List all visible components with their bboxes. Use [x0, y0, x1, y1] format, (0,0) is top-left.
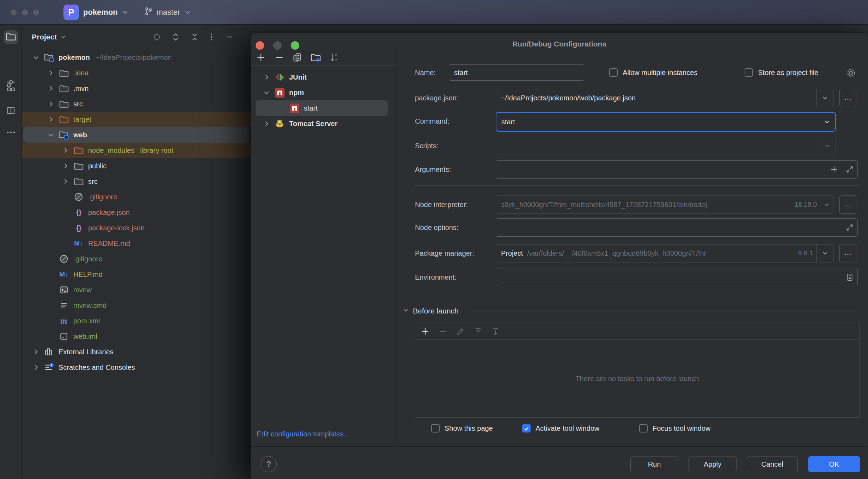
- tree-item-package-lock-json[interactable]: {}package-lock.json: [22, 220, 251, 236]
- expand-field-icon[interactable]: [842, 219, 857, 236]
- tree-item-target[interactable]: target: [22, 112, 251, 127]
- chevron-right-icon[interactable]: [59, 160, 72, 172]
- allow-multiple-instances-checkbox[interactable]: Allow multiple instances: [609, 68, 697, 77]
- tree-item-pokemon[interactable]: pokemon~/IdeaProjects/pokemon: [22, 50, 251, 65]
- tree-item-tomcat-server[interactable]: Tomcat Server: [251, 116, 396, 131]
- tree-item-npm[interactable]: npm: [251, 85, 396, 100]
- chevron-down-icon[interactable]: [44, 129, 57, 141]
- chevron-down-icon[interactable]: [819, 142, 836, 150]
- tree-item-mvn[interactable]: .mvn: [22, 81, 251, 96]
- collapse-all-button[interactable]: [187, 29, 202, 45]
- checkbox[interactable]: [639, 424, 648, 433]
- package-manager-select[interactable]: Project /var/folders/__/40f0xm5x1_qgnbqq…: [496, 244, 833, 262]
- tree-item-help-md[interactable]: M↓HELP.md: [22, 267, 251, 282]
- chevron-right-icon[interactable]: [44, 83, 57, 94]
- new-folder-button[interactable]: [309, 50, 323, 64]
- environment-input[interactable]: [496, 268, 858, 286]
- options-kebab-button[interactable]: [204, 29, 219, 45]
- store-options-gear-icon[interactable]: [846, 68, 856, 80]
- chevron-down-icon[interactable]: [402, 307, 409, 316]
- scripts-select[interactable]: [496, 137, 836, 155]
- chevron-right-icon[interactable]: [260, 118, 273, 129]
- window-zoom-button[interactable]: [33, 10, 39, 15]
- chevron-right-icon[interactable]: [44, 67, 57, 79]
- tree-item-gitignore[interactable]: .gitignore: [22, 189, 251, 205]
- show-this-page-checkbox[interactable]: Show this page: [431, 424, 493, 433]
- chevron-down-icon[interactable]: [819, 118, 835, 126]
- tree-item-package-json[interactable]: {}package.json: [22, 205, 251, 220]
- chevron-down-icon[interactable]: [60, 33, 67, 41]
- tree-item-readme-md[interactable]: M↓README.md: [22, 236, 251, 251]
- ok-button[interactable]: OK: [808, 456, 860, 472]
- package-json-browse-button[interactable]: …: [839, 89, 856, 107]
- checkbox[interactable]: [745, 68, 753, 77]
- activate-tool-window-checkbox[interactable]: Activate tool window: [522, 424, 599, 433]
- chevron-right-icon[interactable]: [44, 114, 57, 125]
- checkbox[interactable]: [431, 424, 440, 433]
- structure-tool-button[interactable]: [4, 81, 18, 95]
- expand-field-icon[interactable]: [842, 161, 857, 178]
- chevron-right-icon[interactable]: [260, 71, 273, 83]
- chevron-right-icon[interactable]: [30, 362, 42, 373]
- chevron-right-icon[interactable]: [30, 346, 42, 357]
- checkbox-checked[interactable]: [522, 424, 531, 433]
- add-task-button[interactable]: [418, 324, 432, 338]
- package-manager-browse-button[interactable]: …: [839, 244, 856, 262]
- store-as-project-file-checkbox[interactable]: Store as project file: [745, 68, 818, 77]
- name-input[interactable]: [449, 64, 584, 81]
- remove-task-button[interactable]: [436, 324, 450, 338]
- node-options-input[interactable]: [496, 218, 858, 237]
- tree-item-junit[interactable]: JUnit: [251, 69, 396, 85]
- chevron-down-icon[interactable]: [817, 249, 833, 257]
- add-argument-icon[interactable]: [826, 161, 842, 178]
- chevron-down-icon[interactable]: [30, 52, 42, 63]
- project-tool-button[interactable]: [4, 30, 18, 44]
- apply-button[interactable]: Apply: [689, 456, 736, 472]
- tree-item-scratches-and-consoles[interactable]: Scratches and Consoles: [22, 360, 251, 375]
- tree-item-idea[interactable]: .idea: [22, 65, 251, 81]
- move-task-up-button[interactable]: [471, 324, 485, 338]
- tree-item-web-iml[interactable]: web.iml: [22, 329, 251, 344]
- tree-item-public[interactable]: public: [22, 158, 251, 174]
- chevron-down-icon[interactable]: [260, 87, 273, 98]
- expand-all-button[interactable]: [168, 29, 183, 45]
- tree-item-pom-xml[interactable]: mpom.xml: [22, 313, 251, 329]
- node-interpreter-select[interactable]: ɔ0yk_h0000gn/T/fnm_multishells/4587_1728…: [496, 195, 833, 214]
- environment-variables-icon[interactable]: [842, 268, 857, 286]
- package-json-select[interactable]: ~/IdeaProjects/pokemon/web/package.json: [496, 89, 833, 107]
- hide-panel-button[interactable]: [222, 29, 237, 45]
- arguments-input[interactable]: [496, 160, 858, 179]
- branch-switcher[interactable]: master: [144, 0, 191, 25]
- chevron-down-icon[interactable]: [820, 201, 833, 209]
- project-switcher[interactable]: pokemon: [83, 0, 129, 25]
- cancel-button[interactable]: Cancel: [747, 456, 798, 472]
- chevron-right-icon[interactable]: [59, 176, 72, 187]
- window-close-button[interactable]: [11, 10, 17, 15]
- command-select[interactable]: start: [496, 112, 836, 132]
- node-interpreter-browse-button[interactable]: …: [839, 195, 856, 214]
- locate-file-button[interactable]: [149, 29, 165, 45]
- help-button[interactable]: ?: [261, 456, 277, 472]
- bookmarks-tool-button[interactable]: [4, 104, 18, 118]
- window-minimize-button[interactable]: [22, 10, 28, 15]
- tree-item-gitignore[interactable]: .gitignore: [22, 251, 251, 267]
- run-button[interactable]: Run: [630, 456, 678, 472]
- chevron-right-icon[interactable]: [59, 145, 72, 156]
- chevron-down-icon[interactable]: [817, 94, 833, 102]
- add-configuration-button[interactable]: [254, 50, 268, 64]
- tree-item-src[interactable]: src: [22, 174, 251, 189]
- project-panel-title[interactable]: Project: [32, 33, 57, 41]
- copy-configuration-button[interactable]: [291, 50, 305, 64]
- checkbox[interactable]: [609, 68, 618, 77]
- tree-item-mvnw-cmd[interactable]: mvnw.cmd: [22, 298, 251, 313]
- remove-configuration-button[interactable]: [272, 50, 286, 64]
- more-tools-button[interactable]: [4, 126, 18, 140]
- focus-tool-window-checkbox[interactable]: Focus tool window: [639, 424, 711, 433]
- tree-item-node-modules[interactable]: node_moduleslibrary root: [22, 143, 251, 158]
- tree-item-external-libraries[interactable]: External Libraries: [22, 344, 251, 360]
- before-launch-section[interactable]: Before launch: [402, 303, 459, 319]
- tree-item-src[interactable]: src: [22, 96, 251, 112]
- move-task-down-button[interactable]: [489, 324, 503, 338]
- sort-configurations-button[interactable]: az: [327, 50, 341, 64]
- tree-item-mvnw[interactable]: mvnw: [22, 282, 251, 298]
